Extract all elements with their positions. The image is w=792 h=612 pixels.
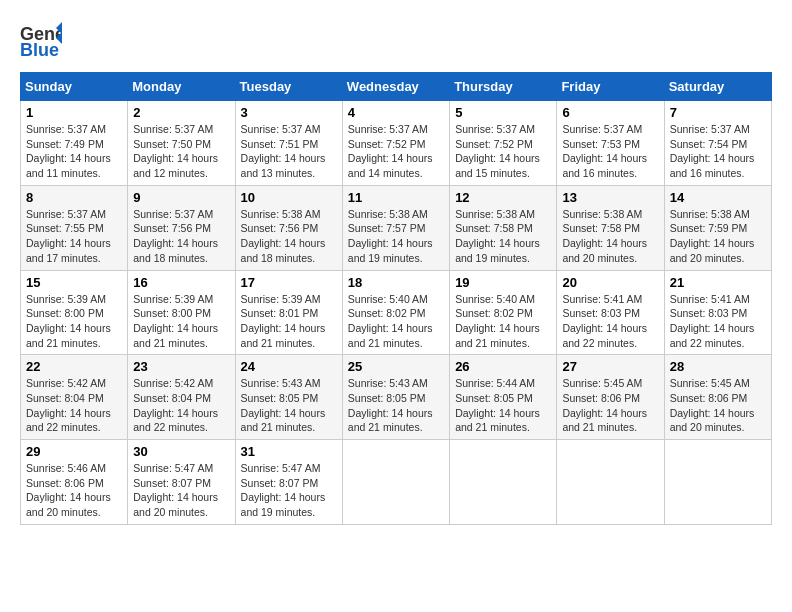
day-info: Sunrise: 5:38 AM Sunset: 7:57 PM Dayligh… <box>348 207 444 266</box>
calendar-cell: 5 Sunrise: 5:37 AM Sunset: 7:52 PM Dayli… <box>450 101 557 186</box>
day-info: Sunrise: 5:45 AM Sunset: 8:06 PM Dayligh… <box>562 376 658 435</box>
day-info: Sunrise: 5:40 AM Sunset: 8:02 PM Dayligh… <box>348 292 444 351</box>
day-info: Sunrise: 5:39 AM Sunset: 8:00 PM Dayligh… <box>26 292 122 351</box>
day-number: 19 <box>455 275 551 290</box>
day-info: Sunrise: 5:47 AM Sunset: 8:07 PM Dayligh… <box>241 461 337 520</box>
day-number: 2 <box>133 105 229 120</box>
day-info: Sunrise: 5:41 AM Sunset: 8:03 PM Dayligh… <box>562 292 658 351</box>
day-info: Sunrise: 5:42 AM Sunset: 8:04 PM Dayligh… <box>26 376 122 435</box>
calendar-cell: 7 Sunrise: 5:37 AM Sunset: 7:54 PM Dayli… <box>664 101 771 186</box>
day-number: 13 <box>562 190 658 205</box>
calendar-cell: 4 Sunrise: 5:37 AM Sunset: 7:52 PM Dayli… <box>342 101 449 186</box>
logo-icon: General Blue <box>20 20 62 62</box>
day-info: Sunrise: 5:42 AM Sunset: 8:04 PM Dayligh… <box>133 376 229 435</box>
day-number: 4 <box>348 105 444 120</box>
calendar-cell: 28 Sunrise: 5:45 AM Sunset: 8:06 PM Dayl… <box>664 355 771 440</box>
calendar-cell: 23 Sunrise: 5:42 AM Sunset: 8:04 PM Dayl… <box>128 355 235 440</box>
day-number: 20 <box>562 275 658 290</box>
calendar-cell: 24 Sunrise: 5:43 AM Sunset: 8:05 PM Dayl… <box>235 355 342 440</box>
day-number: 6 <box>562 105 658 120</box>
day-info: Sunrise: 5:37 AM Sunset: 7:56 PM Dayligh… <box>133 207 229 266</box>
calendar-cell: 11 Sunrise: 5:38 AM Sunset: 7:57 PM Dayl… <box>342 185 449 270</box>
day-info: Sunrise: 5:38 AM Sunset: 7:58 PM Dayligh… <box>455 207 551 266</box>
day-number: 25 <box>348 359 444 374</box>
day-info: Sunrise: 5:37 AM Sunset: 7:52 PM Dayligh… <box>455 122 551 181</box>
day-info: Sunrise: 5:43 AM Sunset: 8:05 PM Dayligh… <box>348 376 444 435</box>
day-info: Sunrise: 5:37 AM Sunset: 7:51 PM Dayligh… <box>241 122 337 181</box>
day-number: 28 <box>670 359 766 374</box>
day-info: Sunrise: 5:41 AM Sunset: 8:03 PM Dayligh… <box>670 292 766 351</box>
calendar-cell <box>342 440 449 525</box>
calendar-cell: 16 Sunrise: 5:39 AM Sunset: 8:00 PM Dayl… <box>128 270 235 355</box>
day-number: 10 <box>241 190 337 205</box>
calendar-week-3: 15 Sunrise: 5:39 AM Sunset: 8:00 PM Dayl… <box>21 270 772 355</box>
day-number: 31 <box>241 444 337 459</box>
calendar-cell: 3 Sunrise: 5:37 AM Sunset: 7:51 PM Dayli… <box>235 101 342 186</box>
calendar-cell: 17 Sunrise: 5:39 AM Sunset: 8:01 PM Dayl… <box>235 270 342 355</box>
day-info: Sunrise: 5:38 AM Sunset: 7:59 PM Dayligh… <box>670 207 766 266</box>
page-header: General Blue <box>20 20 772 62</box>
calendar-week-1: 1 Sunrise: 5:37 AM Sunset: 7:49 PM Dayli… <box>21 101 772 186</box>
day-number: 21 <box>670 275 766 290</box>
day-number: 3 <box>241 105 337 120</box>
day-number: 16 <box>133 275 229 290</box>
day-info: Sunrise: 5:39 AM Sunset: 8:01 PM Dayligh… <box>241 292 337 351</box>
day-number: 5 <box>455 105 551 120</box>
day-info: Sunrise: 5:39 AM Sunset: 8:00 PM Dayligh… <box>133 292 229 351</box>
day-info: Sunrise: 5:40 AM Sunset: 8:02 PM Dayligh… <box>455 292 551 351</box>
calendar-cell: 26 Sunrise: 5:44 AM Sunset: 8:05 PM Dayl… <box>450 355 557 440</box>
calendar-header-row: SundayMondayTuesdayWednesdayThursdayFrid… <box>21 73 772 101</box>
day-number: 24 <box>241 359 337 374</box>
calendar-cell: 8 Sunrise: 5:37 AM Sunset: 7:55 PM Dayli… <box>21 185 128 270</box>
day-info: Sunrise: 5:43 AM Sunset: 8:05 PM Dayligh… <box>241 376 337 435</box>
weekday-header-saturday: Saturday <box>664 73 771 101</box>
day-number: 29 <box>26 444 122 459</box>
weekday-header-tuesday: Tuesday <box>235 73 342 101</box>
day-number: 9 <box>133 190 229 205</box>
day-info: Sunrise: 5:37 AM Sunset: 7:49 PM Dayligh… <box>26 122 122 181</box>
weekday-header-friday: Friday <box>557 73 664 101</box>
calendar-cell: 2 Sunrise: 5:37 AM Sunset: 7:50 PM Dayli… <box>128 101 235 186</box>
calendar-table: SundayMondayTuesdayWednesdayThursdayFrid… <box>20 72 772 525</box>
day-number: 11 <box>348 190 444 205</box>
day-number: 27 <box>562 359 658 374</box>
weekday-header-sunday: Sunday <box>21 73 128 101</box>
day-info: Sunrise: 5:37 AM Sunset: 7:50 PM Dayligh… <box>133 122 229 181</box>
day-info: Sunrise: 5:47 AM Sunset: 8:07 PM Dayligh… <box>133 461 229 520</box>
logo: General Blue <box>20 20 62 62</box>
day-number: 7 <box>670 105 766 120</box>
calendar-cell: 22 Sunrise: 5:42 AM Sunset: 8:04 PM Dayl… <box>21 355 128 440</box>
calendar-cell: 30 Sunrise: 5:47 AM Sunset: 8:07 PM Dayl… <box>128 440 235 525</box>
day-info: Sunrise: 5:37 AM Sunset: 7:53 PM Dayligh… <box>562 122 658 181</box>
calendar-cell: 1 Sunrise: 5:37 AM Sunset: 7:49 PM Dayli… <box>21 101 128 186</box>
calendar-cell <box>450 440 557 525</box>
day-number: 15 <box>26 275 122 290</box>
calendar-week-4: 22 Sunrise: 5:42 AM Sunset: 8:04 PM Dayl… <box>21 355 772 440</box>
calendar-cell: 18 Sunrise: 5:40 AM Sunset: 8:02 PM Dayl… <box>342 270 449 355</box>
weekday-header-monday: Monday <box>128 73 235 101</box>
day-number: 12 <box>455 190 551 205</box>
calendar-cell: 21 Sunrise: 5:41 AM Sunset: 8:03 PM Dayl… <box>664 270 771 355</box>
day-number: 30 <box>133 444 229 459</box>
calendar-cell: 12 Sunrise: 5:38 AM Sunset: 7:58 PM Dayl… <box>450 185 557 270</box>
calendar-cell: 10 Sunrise: 5:38 AM Sunset: 7:56 PM Dayl… <box>235 185 342 270</box>
day-number: 26 <box>455 359 551 374</box>
calendar-cell: 29 Sunrise: 5:46 AM Sunset: 8:06 PM Dayl… <box>21 440 128 525</box>
day-info: Sunrise: 5:37 AM Sunset: 7:54 PM Dayligh… <box>670 122 766 181</box>
calendar-cell: 20 Sunrise: 5:41 AM Sunset: 8:03 PM Dayl… <box>557 270 664 355</box>
calendar-cell: 25 Sunrise: 5:43 AM Sunset: 8:05 PM Dayl… <box>342 355 449 440</box>
day-number: 17 <box>241 275 337 290</box>
day-info: Sunrise: 5:44 AM Sunset: 8:05 PM Dayligh… <box>455 376 551 435</box>
day-number: 18 <box>348 275 444 290</box>
calendar-cell: 31 Sunrise: 5:47 AM Sunset: 8:07 PM Dayl… <box>235 440 342 525</box>
calendar-cell: 19 Sunrise: 5:40 AM Sunset: 8:02 PM Dayl… <box>450 270 557 355</box>
day-info: Sunrise: 5:37 AM Sunset: 7:52 PM Dayligh… <box>348 122 444 181</box>
calendar-cell: 14 Sunrise: 5:38 AM Sunset: 7:59 PM Dayl… <box>664 185 771 270</box>
calendar-cell: 15 Sunrise: 5:39 AM Sunset: 8:00 PM Dayl… <box>21 270 128 355</box>
day-info: Sunrise: 5:38 AM Sunset: 7:58 PM Dayligh… <box>562 207 658 266</box>
svg-text:Blue: Blue <box>20 40 59 60</box>
day-info: Sunrise: 5:38 AM Sunset: 7:56 PM Dayligh… <box>241 207 337 266</box>
day-number: 23 <box>133 359 229 374</box>
day-number: 8 <box>26 190 122 205</box>
calendar-cell: 27 Sunrise: 5:45 AM Sunset: 8:06 PM Dayl… <box>557 355 664 440</box>
